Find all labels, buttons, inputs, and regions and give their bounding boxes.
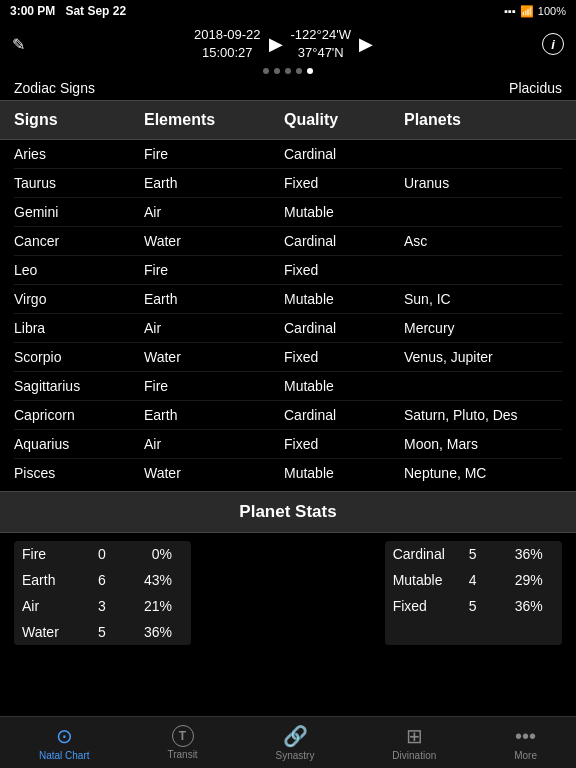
stats-section: Fire 0 0% Earth 6 43% Air 3 21% Water 5 … [0, 533, 576, 653]
stats-row: Fire 0 0% [14, 541, 191, 567]
stat-pct: 36% [122, 624, 172, 640]
play-button-1[interactable]: ▶ [269, 33, 283, 55]
transit-icon: T [172, 725, 194, 747]
table-row: Aries Fire Cardinal [14, 140, 562, 169]
cell-element: Fire [144, 378, 284, 394]
dot-3 [285, 68, 291, 74]
stat-count: 4 [453, 572, 493, 588]
dot-4 [296, 68, 302, 74]
status-time: 3:00 PM Sat Sep 22 [10, 4, 126, 18]
dot-2 [274, 68, 280, 74]
table-row: Scorpio Water Fixed Venus, Jupiter [14, 343, 562, 372]
signal-icon: ▪▪▪ [504, 5, 516, 17]
cell-quality: Mutable [284, 291, 404, 307]
cell-planets: Moon, Mars [404, 436, 562, 452]
page-dots [0, 66, 576, 78]
cell-element: Water [144, 349, 284, 365]
table-row: Sagittarius Fire Mutable [14, 372, 562, 401]
zodiac-label: Zodiac Signs [14, 80, 95, 96]
cell-planets: Mercury [404, 320, 562, 336]
dot-1 [263, 68, 269, 74]
cell-element: Fire [144, 262, 284, 278]
zodiac-table: Aries Fire Cardinal Taurus Earth Fixed U… [0, 140, 576, 487]
play-button-2[interactable]: ▶ [359, 33, 373, 55]
planet-stats-header: Planet Stats [0, 491, 576, 533]
wifi-icon: 📶 [520, 5, 534, 18]
nav-more[interactable]: ••• More [514, 725, 537, 761]
stat-count: 5 [453, 546, 493, 562]
zodiac-row: Zodiac Signs Placidus [0, 78, 576, 100]
cell-element: Fire [144, 146, 284, 162]
table-row: Aquarius Air Fixed Moon, Mars [14, 430, 562, 459]
top-nav: ✎ 2018-09-22 15:00:27 ▶ -122°24'W 37°47'… [0, 22, 576, 66]
stats-row: Air 3 21% [14, 593, 191, 619]
cell-quality: Cardinal [284, 407, 404, 423]
cell-quality: Fixed [284, 349, 404, 365]
status-icons: ▪▪▪ 📶 100% [504, 5, 566, 18]
cell-quality: Cardinal [284, 320, 404, 336]
cell-planets: Asc [404, 233, 562, 249]
house-system-label: Placidus [509, 80, 562, 96]
stat-label: Water [22, 624, 82, 640]
coords-display: -122°24'W 37°47'N [291, 26, 351, 62]
cell-quality: Mutable [284, 465, 404, 481]
cell-quality: Mutable [284, 378, 404, 394]
stat-label: Air [22, 598, 82, 614]
stat-count: 6 [82, 572, 122, 588]
cell-element: Air [144, 320, 284, 336]
cell-sign: Capricorn [14, 407, 144, 423]
stat-count: 5 [82, 624, 122, 640]
nav-natal-label: Natal Chart [39, 750, 90, 761]
nav-natal-chart[interactable]: ⊙ Natal Chart [39, 724, 90, 761]
elements-stats-table: Fire 0 0% Earth 6 43% Air 3 21% Water 5 … [14, 541, 191, 645]
th-quality: Quality [284, 111, 404, 129]
stat-label: Cardinal [393, 546, 453, 562]
cell-element: Water [144, 465, 284, 481]
cell-quality: Cardinal [284, 233, 404, 249]
nav-divination-label: Divination [392, 750, 436, 761]
cell-sign: Sagittarius [14, 378, 144, 394]
table-row: Taurus Earth Fixed Uranus [14, 169, 562, 198]
edit-icon[interactable]: ✎ [12, 35, 25, 54]
table-header: Signs Elements Quality Planets [0, 100, 576, 140]
cell-planets [404, 262, 562, 278]
cell-planets: Saturn, Pluto, Des [404, 407, 562, 423]
cell-element: Water [144, 233, 284, 249]
top-nav-center: 2018-09-22 15:00:27 ▶ -122°24'W 37°47'N … [194, 26, 373, 62]
divination-icon: ⊞ [406, 724, 423, 748]
cell-sign: Aquarius [14, 436, 144, 452]
main-scroll-area[interactable]: Signs Elements Quality Planets Aries Fir… [0, 100, 576, 722]
stat-pct: 0% [122, 546, 172, 562]
cell-sign: Cancer [14, 233, 144, 249]
cell-sign: Scorpio [14, 349, 144, 365]
more-icon: ••• [515, 725, 536, 748]
qualities-stats-table: Cardinal 5 36% Mutable 4 29% Fixed 5 36% [385, 541, 562, 645]
stat-count: 5 [453, 598, 493, 614]
nav-synastry[interactable]: 🔗 Synastry [276, 724, 315, 761]
cell-quality: Fixed [284, 436, 404, 452]
top-nav-right: i [542, 33, 564, 55]
stats-row: Mutable 4 29% [385, 567, 562, 593]
nav-transit[interactable]: T Transit [167, 725, 197, 760]
th-elements: Elements [144, 111, 284, 129]
cell-element: Air [144, 436, 284, 452]
th-signs: Signs [14, 111, 144, 129]
cell-planets [404, 378, 562, 394]
info-button[interactable]: i [542, 33, 564, 55]
cell-sign: Libra [14, 320, 144, 336]
table-row: Capricorn Earth Cardinal Saturn, Pluto, … [14, 401, 562, 430]
top-nav-left: ✎ [12, 35, 25, 54]
synastry-icon: 🔗 [283, 724, 308, 748]
cell-sign: Aries [14, 146, 144, 162]
cell-quality: Fixed [284, 175, 404, 191]
th-planets: Planets [404, 111, 562, 129]
cell-quality: Mutable [284, 204, 404, 220]
cell-planets [404, 204, 562, 220]
nav-divination[interactable]: ⊞ Divination [392, 724, 436, 761]
table-row: Libra Air Cardinal Mercury [14, 314, 562, 343]
cell-quality: Fixed [284, 262, 404, 278]
stats-row: Cardinal 5 36% [385, 541, 562, 567]
cell-element: Earth [144, 291, 284, 307]
cell-sign: Taurus [14, 175, 144, 191]
stat-pct: 43% [122, 572, 172, 588]
